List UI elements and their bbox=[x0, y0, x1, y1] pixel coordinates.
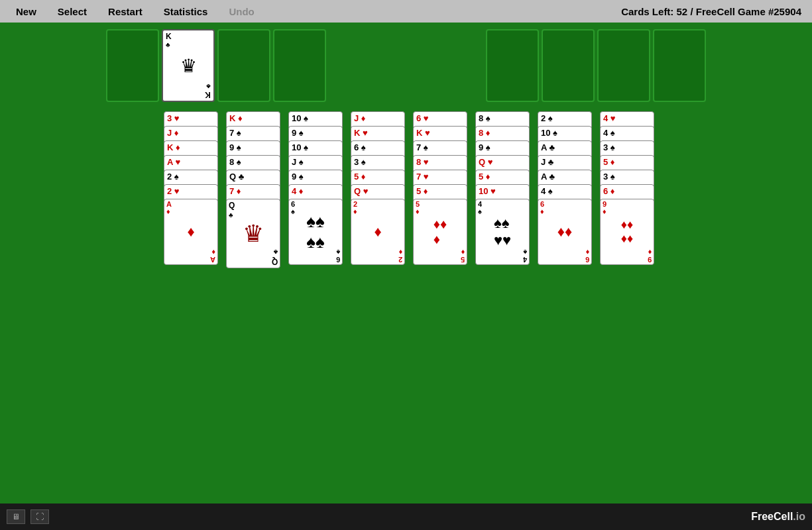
card[interactable]: 7 ♠ bbox=[226, 126, 280, 142]
card[interactable]: 8 ♠ bbox=[475, 111, 530, 127]
card[interactable]: 5 ♦ bbox=[351, 170, 405, 186]
top-section: K♣ ♛ K♣ bbox=[0, 23, 812, 102]
foundation-3[interactable] bbox=[597, 29, 650, 102]
card[interactable]: A ♣ bbox=[538, 170, 592, 186]
card[interactable]: 3 ♠ bbox=[351, 155, 405, 171]
card[interactable]: 2 ♠ bbox=[164, 170, 218, 186]
card[interactable]: 7 ♥ bbox=[413, 170, 467, 186]
card[interactable]: 9♦ ♦♦♦♦ 9♦ bbox=[600, 199, 654, 265]
card[interactable]: 2 ♠ bbox=[538, 111, 592, 127]
card[interactable]: 6 ♥ bbox=[413, 111, 467, 127]
card[interactable]: 3 ♠ bbox=[600, 170, 654, 186]
card[interactable]: 5 ♦ bbox=[475, 170, 530, 186]
columns-section: 3 ♥ J ♦ K ♦ A ♥ 2 ♠ 2 ♥ A♦ ♦ A♦ K ♦ 7 ♠ … bbox=[0, 102, 812, 268]
column-1: 3 ♥ J ♦ K ♦ A ♥ 2 ♠ 2 ♥ A♦ ♦ A♦ bbox=[164, 111, 222, 268]
card[interactable]: 10 ♥ bbox=[475, 184, 530, 200]
card[interactable]: K ♥ bbox=[351, 126, 405, 142]
freecell-logo: FreeCell.io bbox=[751, 511, 805, 523]
logo-text-io: .io bbox=[793, 511, 805, 522]
card[interactable]: Q ♥ bbox=[475, 155, 530, 171]
freecell-2[interactable]: K♣ ♛ K♣ bbox=[162, 29, 215, 102]
card[interactable]: 2 ♥ bbox=[164, 184, 218, 200]
card[interactable]: 3 ♠ bbox=[600, 140, 654, 156]
column-4: J ♦ K ♥ 6 ♠ 3 ♠ 5 ♦ Q ♥ 2♦ ♦ 2♦ bbox=[351, 111, 409, 268]
foundation-cells bbox=[486, 29, 706, 102]
card[interactable]: J ♣ bbox=[538, 155, 592, 171]
card[interactable]: 5 ♦ bbox=[600, 155, 654, 171]
card[interactable]: 6♦ ♦♦ 6♦ bbox=[538, 199, 592, 265]
freecell-4[interactable] bbox=[273, 29, 326, 102]
column-6: 8 ♠ 8 ♦ 9 ♠ Q ♥ 5 ♦ 10 ♥ 4♠ ♠♠♥♥ 4♠ bbox=[475, 111, 534, 268]
card[interactable]: 6 ♦ bbox=[600, 184, 654, 200]
card[interactable]: 7 ♠ bbox=[413, 140, 467, 156]
column-7: 2 ♠ 10 ♠ A ♣ J ♣ A ♣ 4 ♠ 6♦ ♦♦ 6♦ bbox=[538, 111, 596, 268]
menu-new[interactable]: New bbox=[5, 3, 47, 20]
card[interactable]: 8 ♥ bbox=[413, 155, 467, 171]
card[interactable]: A ♥ bbox=[164, 155, 218, 171]
foundation-2[interactable] bbox=[542, 29, 595, 102]
free-cells: K♣ ♛ K♣ bbox=[106, 29, 326, 102]
card[interactable]: 9 ♠ bbox=[475, 140, 530, 156]
freecell-1[interactable] bbox=[106, 29, 159, 102]
card[interactable]: 4 ♦ bbox=[288, 184, 343, 200]
card[interactable]: J ♠ bbox=[288, 155, 343, 171]
card[interactable]: 8 ♠ bbox=[226, 155, 280, 171]
card[interactable]: Q ♣ bbox=[226, 170, 280, 186]
card[interactable]: 10 ♠ bbox=[538, 126, 592, 142]
card[interactable]: A ♣ bbox=[538, 140, 592, 156]
card[interactable]: 10 ♠ bbox=[288, 111, 343, 127]
card[interactable]: 5 ♦ bbox=[413, 184, 467, 200]
card[interactable]: 4 ♠ bbox=[538, 184, 592, 200]
fullscreen-icon[interactable]: ⛶ bbox=[30, 509, 49, 524]
card[interactable]: 9 ♠ bbox=[288, 126, 343, 142]
card[interactable]: 5♦ ♦♦♦ 5♦ bbox=[413, 199, 467, 265]
card[interactable]: 8 ♦ bbox=[475, 126, 530, 142]
logo-text-fc: FreeCell bbox=[751, 511, 793, 522]
card[interactable]: 4 ♠ bbox=[600, 126, 654, 142]
menu-bar: New Select Restart Statistics Undo Cards… bbox=[0, 0, 812, 23]
card[interactable]: J ♦ bbox=[164, 126, 218, 142]
card[interactable]: 6♠ ♠♠♠♠ 6♠ bbox=[288, 199, 343, 265]
menu-restart[interactable]: Restart bbox=[97, 3, 153, 20]
card-queen[interactable]: Q♣ ♛ Q♣ bbox=[226, 199, 280, 268]
card[interactable]: K ♦ bbox=[226, 111, 280, 127]
menu-select[interactable]: Select bbox=[47, 3, 97, 20]
foundation-4[interactable] bbox=[653, 29, 706, 102]
bottom-icons: 🖥 ⛶ bbox=[7, 509, 49, 524]
card[interactable]: 2♦ ♦ 2♦ bbox=[351, 199, 405, 265]
card[interactable]: 7 ♦ bbox=[226, 184, 280, 200]
card[interactable]: 10 ♠ bbox=[288, 140, 343, 156]
bottom-bar: 🖥 ⛶ FreeCell.io bbox=[0, 504, 812, 530]
card[interactable]: 6 ♠ bbox=[351, 140, 405, 156]
card[interactable]: K ♦ bbox=[164, 140, 218, 156]
card[interactable]: Q ♥ bbox=[351, 184, 405, 200]
card[interactable]: 9 ♠ bbox=[288, 170, 343, 186]
card[interactable]: 9 ♠ bbox=[226, 140, 280, 156]
column-8: 4 ♥ 4 ♠ 3 ♠ 5 ♦ 3 ♠ 6 ♦ 9♦ ♦♦♦♦ 9♦ bbox=[600, 111, 658, 268]
game-status: Cards Left: 52 / FreeCell Game #25904 bbox=[621, 6, 807, 17]
card[interactable]: 3 ♥ bbox=[164, 111, 218, 127]
card[interactable]: K ♥ bbox=[413, 126, 467, 142]
game-area: K♣ ♛ K♣ 3 ♥ J ♦ K ♦ A ♥ 2 ♠ bbox=[0, 23, 812, 504]
column-5: 6 ♥ K ♥ 7 ♠ 8 ♥ 7 ♥ 5 ♦ 5♦ ♦♦♦ 5♦ bbox=[413, 111, 471, 268]
menu-statistics[interactable]: Statistics bbox=[153, 3, 219, 20]
card[interactable]: 4♠ ♠♠♥♥ 4♠ bbox=[475, 199, 530, 265]
card[interactable]: 4 ♥ bbox=[600, 111, 654, 127]
monitor-icon[interactable]: 🖥 bbox=[7, 509, 25, 524]
card[interactable]: A♦ ♦ A♦ bbox=[164, 199, 218, 265]
column-3: 10 ♠ 9 ♠ 10 ♠ J ♠ 9 ♠ 4 ♦ 6♠ ♠♠♠♠ 6♠ bbox=[288, 111, 347, 268]
foundation-1[interactable] bbox=[486, 29, 539, 102]
column-2: K ♦ 7 ♠ 9 ♠ 8 ♠ Q ♣ 7 ♦ Q♣ ♛ Q♣ bbox=[226, 111, 284, 268]
freecell-3[interactable] bbox=[217, 29, 270, 102]
menu-undo[interactable]: Undo bbox=[218, 3, 264, 20]
card[interactable]: J ♦ bbox=[351, 111, 405, 127]
